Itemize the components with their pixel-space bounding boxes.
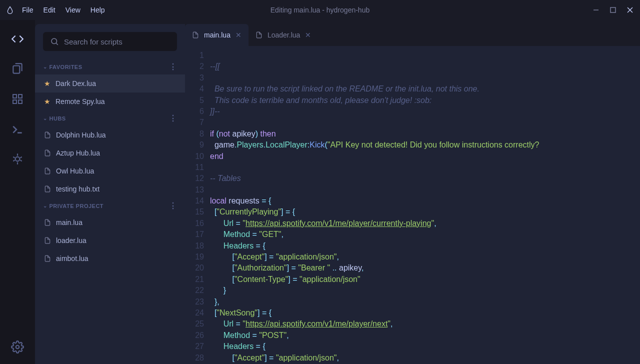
tab-close-icon[interactable]: ✕: [236, 31, 242, 39]
code-line[interactable]: [210, 184, 640, 196]
search-icon: [50, 37, 59, 46]
code-line[interactable]: [210, 50, 640, 61]
code-line[interactable]: This code is terrible and months old, pl…: [210, 95, 640, 106]
line-gutter: 1234567891011121314151617181920212223242…: [185, 46, 210, 364]
section-more-icon[interactable]: ⋮: [169, 114, 178, 123]
svg-rect-1: [610, 8, 616, 12]
file-item[interactable]: Dolphin Hub.lua: [35, 126, 185, 144]
code-line[interactable]: ["Accept"] = "application/json",: [210, 352, 640, 364]
app-logo-icon: [6, 6, 14, 14]
file-item[interactable]: Aztup Hub.lua: [35, 144, 185, 162]
svg-rect-6: [18, 94, 22, 98]
code-editor[interactable]: 1234567891011121314151617181920212223242…: [185, 46, 640, 364]
line-number: 23: [185, 296, 204, 308]
line-number: 16: [185, 218, 204, 229]
svg-rect-4: [13, 66, 20, 74]
line-number: 26: [185, 330, 204, 341]
code-line[interactable]: },: [210, 296, 640, 308]
tab-label: main.lua: [204, 31, 230, 39]
code-line[interactable]: local requests = {: [210, 196, 640, 206]
chevron-down-icon: ⌄: [43, 116, 48, 121]
menu-view[interactable]: View: [66, 6, 80, 14]
tabs: main.lua✕Loader.lua✕: [185, 24, 640, 46]
file-item[interactable]: aimbot.lua: [35, 250, 185, 268]
code-line[interactable]: game.Players.LocalPlayer:Kick("API Key n…: [210, 140, 640, 150]
sidebar: ⌄FAVORITES⋮★Dark Dex.lua★Remote Spy.lua⌄…: [35, 24, 185, 364]
file-item[interactable]: main.lua: [35, 214, 185, 232]
code-line[interactable]: end: [210, 151, 640, 162]
minimize-button[interactable]: [592, 6, 600, 14]
section-more-icon[interactable]: ⋮: [169, 62, 178, 72]
code-line[interactable]: ["Authorization"] = "Bearer " .. apikey,: [210, 262, 640, 274]
line-number: 24: [185, 308, 204, 318]
code-line[interactable]: --[[: [210, 61, 640, 72]
code-line[interactable]: ["NextSong"] = {: [210, 308, 640, 318]
file-item[interactable]: ★Dark Dex.lua: [35, 74, 185, 92]
activity-settings-icon[interactable]: [10, 340, 24, 354]
code-line[interactable]: [210, 117, 640, 128]
activity-extensions-icon[interactable]: [10, 92, 24, 106]
code-line[interactable]: Method = "GET",: [210, 229, 640, 240]
svg-point-17: [16, 346, 20, 349]
maximize-button[interactable]: [609, 6, 617, 14]
code-line[interactable]: Headers = {: [210, 240, 640, 252]
titlebar: FileEditViewHelp Editing main.lua - hydr…: [0, 0, 640, 20]
menu-help[interactable]: Help: [90, 6, 105, 14]
tab-close-icon[interactable]: ✕: [305, 31, 311, 39]
tab[interactable]: Loader.lua✕: [248, 24, 318, 46]
code-line[interactable]: ]]--: [210, 106, 640, 117]
code-line[interactable]: Method = "POST",: [210, 330, 640, 341]
close-button[interactable]: [626, 6, 634, 14]
menu-edit[interactable]: Edit: [44, 6, 56, 14]
file-name: Dark Dex.lua: [56, 80, 96, 88]
code-line[interactable]: Headers = {: [210, 341, 640, 352]
line-number: 5: [185, 95, 204, 106]
line-number: 7: [185, 117, 204, 128]
tab[interactable]: main.lua✕: [185, 24, 248, 46]
file-item[interactable]: ★Remote Spy.lua: [35, 92, 185, 110]
section-header-hubs[interactable]: ⌄HUBS⋮: [35, 110, 185, 126]
file-name: aimbot.lua: [56, 254, 88, 262]
section-label: HUBS: [50, 116, 66, 122]
line-number: 25: [185, 318, 204, 330]
code-line[interactable]: ["Accept"] = "application/json",: [210, 252, 640, 262]
menu-bar: FileEditViewHelp: [22, 6, 105, 14]
line-number: 18: [185, 240, 204, 252]
file-name: Owl Hub.lua: [56, 167, 94, 175]
star-icon: ★: [44, 98, 50, 106]
svg-point-10: [16, 157, 20, 162]
svg-line-14: [20, 157, 22, 158]
code-line[interactable]: Url = "https://api.spotify.com/v1/me/pla…: [210, 318, 640, 330]
section-more-icon[interactable]: ⋮: [169, 201, 178, 210]
section-header-private[interactable]: ⌄PRIVATE PROJECT⋮: [35, 198, 185, 214]
section-header-favorites[interactable]: ⌄FAVORITES⋮: [35, 59, 185, 74]
line-number: 8: [185, 128, 204, 140]
activity-code-icon[interactable]: [10, 32, 24, 46]
search-input[interactable]: [64, 38, 170, 46]
code-line[interactable]: Url = "https://api.spotify.com/v1/me/pla…: [210, 218, 640, 229]
code-content[interactable]: --[[ Be sure to run the script linked on…: [210, 46, 640, 364]
code-line[interactable]: -- Tables: [210, 173, 640, 184]
file-item[interactable]: loader.lua: [35, 232, 185, 250]
line-number: 6: [185, 106, 204, 117]
activity-terminal-icon[interactable]: [10, 122, 24, 136]
code-line[interactable]: }: [210, 285, 640, 296]
activity-files-icon[interactable]: [10, 62, 24, 76]
code-line[interactable]: Be sure to run the script linked on the …: [210, 84, 640, 94]
code-line[interactable]: if (not apikey) then: [210, 128, 640, 140]
file-item[interactable]: Owl Hub.lua: [35, 162, 185, 180]
code-line[interactable]: [210, 72, 640, 84]
line-number: 4: [185, 84, 204, 94]
menu-file[interactable]: File: [22, 6, 34, 14]
svg-rect-5: [13, 94, 16, 98]
activity-debug-icon[interactable]: [10, 152, 24, 166]
svg-line-19: [56, 43, 58, 44]
file-item[interactable]: testing hub.txt: [35, 180, 185, 198]
file-name: Aztup Hub.lua: [56, 149, 100, 157]
svg-line-16: [20, 160, 22, 161]
file-name: main.lua: [56, 218, 82, 226]
code-line[interactable]: [210, 162, 640, 173]
search-box[interactable]: [43, 32, 177, 51]
code-line[interactable]: ["Content-Type"] = "application/json": [210, 274, 640, 285]
code-line[interactable]: ["CurrentlyPlaying"] = {: [210, 206, 640, 218]
